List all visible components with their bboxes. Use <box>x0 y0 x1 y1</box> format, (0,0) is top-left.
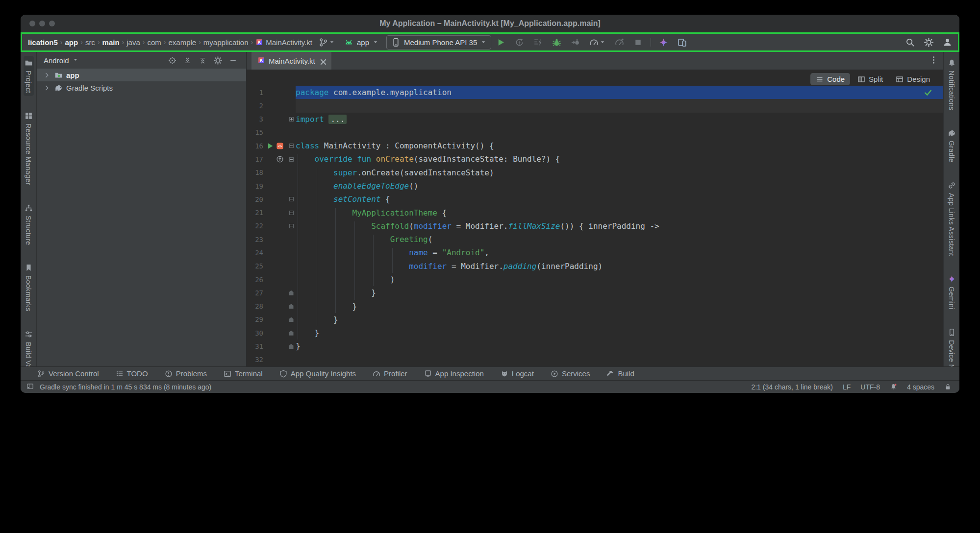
tool-window-button-profiler[interactable]: Profiler <box>373 369 407 378</box>
tool-stripe-gradle[interactable]: Gradle <box>947 126 957 165</box>
code-line-text[interactable]: } <box>296 326 943 339</box>
breadcrumb-item-main[interactable]: main <box>101 38 121 47</box>
debug-button[interactable] <box>551 37 563 48</box>
fold-end-marker-icon[interactable] <box>289 291 294 295</box>
code-line-text[interactable] <box>296 126 943 139</box>
search-everywhere-button[interactable] <box>904 37 916 48</box>
attach-debugger-button[interactable] <box>569 37 581 48</box>
settings-button[interactable] <box>923 37 935 48</box>
code-line-text[interactable]: MyApplicationTheme { <box>296 206 943 219</box>
readonly-toggle-icon[interactable] <box>944 383 952 390</box>
chevron-right-icon[interactable] <box>43 71 51 79</box>
stop-button[interactable] <box>632 37 644 48</box>
code-line-text[interactable]: Greeting( <box>296 233 943 246</box>
overrides-method-icon[interactable] <box>276 155 284 163</box>
profile-app-button[interactable] <box>613 37 626 48</box>
gemini-button[interactable] <box>657 37 670 48</box>
profile-button[interactable] <box>941 37 954 48</box>
view-mode-design[interactable]: Design <box>890 73 935 85</box>
code-line-text[interactable]: setContent { <box>296 193 943 206</box>
code-editor[interactable]: 1package com.example.myapplication23impo… <box>247 70 943 366</box>
run-line-icon[interactable] <box>266 142 274 150</box>
tool-window-button-app-inspection[interactable]: App Inspection <box>424 369 484 378</box>
tool-stripe-gemini[interactable]: Gemini <box>947 272 957 313</box>
caret-position[interactable]: 2:1 (34 chars, 1 line break) <box>751 383 833 391</box>
code-line-text[interactable]: package com.example.myapplication <box>296 86 943 99</box>
breadcrumb-item-src[interactable]: src <box>84 38 97 47</box>
fold-marker-icon[interactable] <box>289 144 294 148</box>
fold-marker-icon[interactable] <box>289 224 294 228</box>
fold-marker-icon[interactable] <box>289 197 294 201</box>
tool-window-button-todo[interactable]: TODO <box>116 369 148 378</box>
code-line-text[interactable]: super.onCreate(savedInstanceState) <box>296 166 943 179</box>
tool-window-button-services[interactable]: Services <box>551 369 590 378</box>
breadcrumb-item-example[interactable]: example <box>167 38 198 47</box>
tool-stripe-project[interactable]: Project <box>24 56 34 96</box>
code-line-text[interactable]: override fun onCreate(savedInstanceState… <box>296 152 943 166</box>
code-line-text[interactable]: Scaffold(modifier = Modifier.fillMaxSize… <box>296 219 943 233</box>
code-line-text[interactable]: } <box>296 339 943 353</box>
zoom-window-button[interactable] <box>49 21 55 26</box>
tool-stripe-app-links-assistant[interactable]: App Links Assistant <box>947 178 957 259</box>
hide-panel-icon[interactable] <box>229 56 237 65</box>
tool-stripe-bookmarks[interactable]: Bookmarks <box>24 261 34 315</box>
tool-stripe-resource-manager[interactable]: Resource Manager <box>24 109 34 188</box>
apply-changes-button[interactable] <box>513 37 526 48</box>
tab-options-icon[interactable] <box>929 55 938 65</box>
device-selector[interactable]: Medium Phone API 35 <box>386 35 491 49</box>
fold-end-marker-icon[interactable] <box>289 331 294 336</box>
breadcrumb-item-lication5[interactable]: lication5 <box>26 38 59 47</box>
apply-code-changes-button[interactable] <box>532 37 544 48</box>
collapse-all-icon[interactable] <box>183 56 192 65</box>
code-line-text[interactable] <box>296 353 943 366</box>
project-view-mode[interactable]: Android <box>44 56 69 65</box>
code-line-text[interactable]: modifier = Modifier.padding(innerPadding… <box>296 260 943 273</box>
tool-stripe-notifications[interactable]: Notifications <box>947 56 957 113</box>
select-opened-file-icon[interactable] <box>168 56 176 65</box>
code-line-text[interactable]: name = "Android", <box>296 246 943 259</box>
notifications-icon[interactable] <box>890 383 897 390</box>
code-line-text[interactable] <box>296 99 943 112</box>
fold-marker-icon[interactable] <box>289 117 294 121</box>
tool-window-layout-icon[interactable] <box>26 383 34 390</box>
tree-item-app[interactable]: app <box>37 69 246 81</box>
tool-window-button-problems[interactable]: Problems <box>165 369 207 378</box>
breadcrumb-item-app[interactable]: app <box>64 38 80 47</box>
indent-style[interactable]: 4 spaces <box>907 383 934 391</box>
breadcrumb-item-mainactivity-kt[interactable]: KMainActivity.kt <box>254 38 314 47</box>
breadcrumb-item-myapplication[interactable]: myapplication <box>202 38 250 47</box>
view-mode-code[interactable]: Code <box>810 73 850 85</box>
tool-window-button-version-control[interactable]: Version Control <box>37 369 99 378</box>
close-tab-icon[interactable] <box>319 57 326 64</box>
tool-window-button-build[interactable]: Build <box>606 369 634 378</box>
code-line-text[interactable]: enableEdgeToEdge() <box>296 179 943 193</box>
code-line-text[interactable]: } <box>296 313 943 326</box>
code-line-text[interactable]: } <box>296 286 943 299</box>
run-configuration-selector[interactable]: app <box>340 36 383 49</box>
tree-item-gradle-scripts[interactable]: Gradle Scripts <box>37 81 246 94</box>
tool-window-button-app-quality-insights[interactable]: App Quality Insights <box>279 369 356 378</box>
options-icon[interactable] <box>214 56 222 65</box>
fold-end-marker-icon[interactable] <box>289 304 294 309</box>
code-line-text[interactable]: ) <box>296 273 943 286</box>
fold-marker-icon[interactable] <box>289 211 294 215</box>
running-devices-button[interactable] <box>676 37 688 48</box>
chevron-right-icon[interactable] <box>43 84 51 92</box>
fold-end-marker-icon[interactable] <box>289 317 294 322</box>
breadcrumb-item-java[interactable]: java <box>125 38 142 47</box>
code-line-text[interactable]: class MainActivity : ComponentActivity()… <box>296 139 943 152</box>
close-window-button[interactable] <box>29 21 35 26</box>
fold-end-marker-icon[interactable] <box>289 344 294 349</box>
tool-window-button-logcat[interactable]: Logcat <box>501 369 534 378</box>
view-mode-split[interactable]: Split <box>852 73 888 85</box>
code-line-text[interactable]: } <box>296 300 943 313</box>
code-line-text[interactable]: import ... <box>296 113 943 126</box>
tool-window-button-terminal[interactable]: Terminal <box>224 369 263 378</box>
profiler-button[interactable] <box>588 37 607 48</box>
editor-tab-mainactivity[interactable]: K MainActivity.kt <box>251 52 331 70</box>
compose-preview-icon[interactable]: <> <box>276 142 284 150</box>
vcs-widget[interactable] <box>317 37 336 48</box>
file-encoding[interactable]: UTF-8 <box>860 383 880 391</box>
line-separator[interactable]: LF <box>843 383 851 391</box>
expand-all-icon[interactable] <box>199 56 207 65</box>
